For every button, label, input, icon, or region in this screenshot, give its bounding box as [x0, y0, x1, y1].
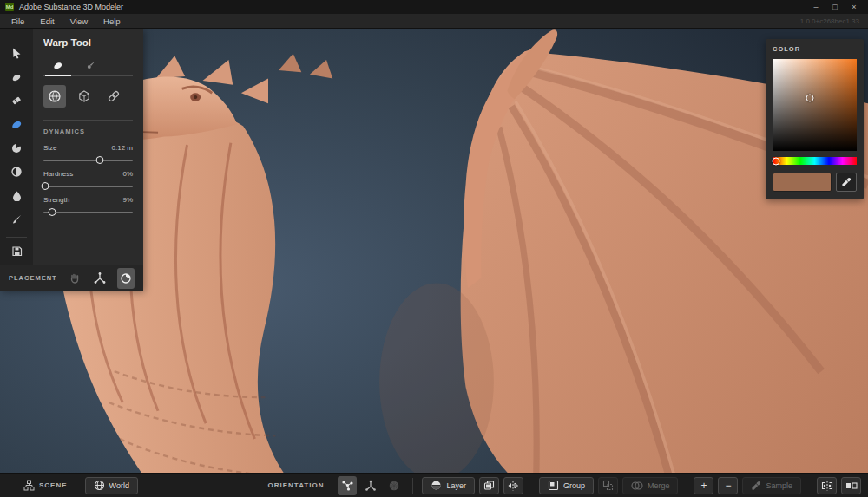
- display-split-icon: [845, 481, 858, 490]
- solid-brush-icon: [52, 59, 64, 71]
- warp-mode-row: [43, 85, 133, 108]
- window-title: Adobe Substance 3D Modeler: [19, 3, 123, 11]
- rotate-icon: [120, 272, 132, 284]
- subtract-button[interactable]: −: [718, 477, 738, 494]
- add-button[interactable]: +: [694, 477, 713, 494]
- sample-eyedropper-icon: [751, 481, 761, 491]
- menu-bar: File Edit View Help 1.0.0+c268bec1.33: [0, 14, 868, 29]
- saturation-value-picker[interactable]: [773, 59, 857, 151]
- eraser-tool-button[interactable]: [5, 90, 28, 111]
- sphere-deform-icon: [48, 89, 62, 103]
- menu-view[interactable]: View: [62, 14, 95, 29]
- placement-bar: PLACEMENT: [0, 265, 143, 291]
- strength-slider[interactable]: [43, 212, 133, 213]
- eraser-icon: [10, 95, 23, 107]
- scene-label: SCENE: [39, 481, 68, 489]
- clay-tool-button[interactable]: [5, 66, 28, 87]
- bottom-toolbar: SCENE World ORIENTATION Layer: [0, 473, 868, 497]
- layer-button-label: Layer: [446, 481, 466, 490]
- group-button[interactable]: Group: [539, 477, 594, 494]
- tab-solid-brush[interactable]: [43, 55, 73, 75]
- left-tool-panel: Warp Tool: [0, 29, 143, 291]
- minimize-button[interactable]: –: [807, 1, 825, 13]
- orientation-axes-button[interactable]: [361, 476, 380, 495]
- separator: [412, 478, 413, 494]
- orientation-world-button[interactable]: [385, 476, 404, 495]
- color-heading: COLOR: [773, 45, 857, 53]
- placement-heading: PLACEMENT: [9, 274, 57, 282]
- sample-button[interactable]: Sample: [742, 477, 801, 494]
- orientation-label: ORIENTATION: [268, 481, 325, 489]
- placement-hand-button[interactable]: [66, 268, 83, 289]
- size-slider[interactable]: [43, 160, 133, 161]
- cube-wireframe-icon: [77, 89, 91, 103]
- plus-icon: +: [700, 480, 707, 492]
- placement-gizmo-button[interactable]: [91, 268, 108, 289]
- eyedropper-icon: [841, 177, 852, 187]
- hue-slider[interactable]: [773, 157, 857, 165]
- display-mode-button[interactable]: [841, 477, 861, 494]
- layer-button[interactable]: Layer: [422, 477, 475, 494]
- orientation-free-button[interactable]: [338, 476, 357, 495]
- smooth-icon: [10, 142, 23, 154]
- sv-cursor[interactable]: [806, 94, 813, 101]
- ungroup-icon: [602, 480, 614, 491]
- strength-label: Strength: [43, 196, 69, 204]
- size-slider-handle[interactable]: [95, 156, 103, 164]
- menu-file[interactable]: File: [3, 14, 32, 29]
- ungroup-button[interactable]: [598, 477, 618, 494]
- title-bar: Md Adobe Substance 3D Modeler – □ ×: [0, 0, 868, 14]
- save-tool-button[interactable]: [5, 241, 28, 262]
- warp-tool-button[interactable]: [5, 114, 28, 134]
- layer-sphere-icon: [431, 480, 442, 491]
- tab-fine-brush[interactable]: [76, 55, 106, 75]
- size-slider-group: Size 0.12 m: [43, 144, 133, 161]
- hardness-value: 0%: [122, 170, 133, 178]
- blob-tool-button[interactable]: [5, 186, 28, 206]
- merge-icon: [631, 481, 643, 491]
- inflate-tool-button[interactable]: [5, 161, 28, 182]
- dynamics-divider: [43, 120, 133, 121]
- mirror-button[interactable]: [503, 477, 523, 494]
- mode-cube-deform-button[interactable]: [73, 85, 95, 108]
- current-color-swatch[interactable]: [773, 173, 832, 192]
- menu-edit[interactable]: Edit: [32, 14, 62, 29]
- merge-button[interactable]: Merge: [622, 477, 679, 494]
- strength-slider-handle[interactable]: [49, 208, 56, 216]
- menu-help[interactable]: Help: [95, 14, 128, 29]
- clay-brush-icon: [10, 71, 23, 83]
- mode-link-button[interactable]: [102, 85, 125, 108]
- mode-sphere-deform-button[interactable]: [43, 85, 66, 108]
- fine-brush-icon: [85, 59, 97, 71]
- smooth-tool-button[interactable]: [5, 138, 28, 159]
- close-button[interactable]: ×: [845, 1, 863, 13]
- orientation-nodes-icon: [341, 479, 354, 492]
- duplicate-button[interactable]: [479, 477, 499, 494]
- world-sphere-icon: [388, 480, 400, 492]
- placement-rotate-button[interactable]: [117, 268, 135, 289]
- world-button-label: World: [109, 481, 129, 490]
- mirror-icon: [507, 481, 519, 491]
- hardness-slider-handle[interactable]: [42, 182, 49, 190]
- size-label: Size: [43, 144, 57, 152]
- eyedropper-button[interactable]: [836, 173, 857, 192]
- maximize-button[interactable]: □: [826, 1, 844, 13]
- color-panel: COLOR: [766, 39, 864, 199]
- hand-icon: [69, 272, 80, 284]
- hue-cursor[interactable]: [772, 157, 779, 165]
- brush-tab-row: [43, 55, 133, 76]
- paintbrush-icon: [10, 213, 23, 226]
- axes-gizmo-icon: [365, 480, 377, 492]
- app-window: Md Adobe Substance 3D Modeler – □ × File…: [0, 0, 868, 497]
- symmetry-icon: [821, 481, 833, 491]
- tool-strip-divider: [6, 237, 27, 238]
- warp-tool-options: Warp Tool: [33, 29, 143, 265]
- symmetry-button[interactable]: [817, 477, 837, 494]
- scene-hierarchy-icon: [23, 480, 35, 491]
- cursor-icon: [10, 47, 23, 59]
- hardness-slider[interactable]: [43, 186, 133, 187]
- tool-panel-title: Warp Tool: [43, 37, 133, 48]
- select-tool-button[interactable]: [5, 43, 28, 63]
- paint-tool-button[interactable]: [5, 209, 28, 230]
- world-button[interactable]: World: [85, 477, 138, 494]
